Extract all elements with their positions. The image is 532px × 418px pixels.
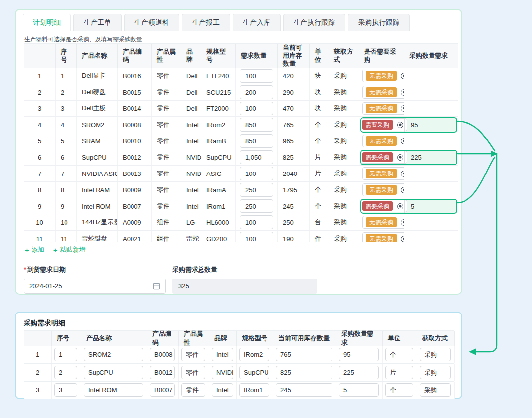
cell-input[interactable]: 片 <box>385 366 413 379</box>
cell-attr: 零件 <box>152 133 181 149</box>
cell-product-code: B0014 <box>118 101 152 116</box>
cell-product-code: B0016 <box>118 68 152 84</box>
purchase-qty-input[interactable]: 95 <box>405 121 456 129</box>
radio-icon <box>397 203 403 209</box>
demand-qty-input[interactable]: 100 <box>240 102 273 115</box>
cell-input[interactable]: 765 <box>276 348 332 361</box>
cell-spec: IRamB <box>201 133 236 149</box>
purchase-need-select[interactable]: 需要采购 <box>360 200 407 212</box>
tab-4[interactable]: 生产报工 <box>182 14 230 31</box>
cell-input[interactable]: 3 <box>54 383 77 397</box>
table-row: 77NVIDIA ASICB0013零件NVIDIAASIC1002040片采购… <box>24 165 458 181</box>
purchase-need-select[interactable]: 无需采购 <box>362 183 404 196</box>
purchase-qty-input[interactable]: 5 <box>405 203 456 210</box>
tab-5[interactable]: 生产入库 <box>233 14 281 31</box>
cell-stock: 470 <box>278 101 310 116</box>
cell-input[interactable]: 2 <box>54 366 77 379</box>
purchase-need-select[interactable]: 无需采购 <box>362 232 404 242</box>
arrival-date-input[interactable]: 2024-01-25 <box>24 279 166 294</box>
cell-index: 2 <box>24 84 56 100</box>
cell-brand: NVIDIA <box>209 364 237 381</box>
cell-purchase-qty <box>404 214 458 230</box>
cell-input[interactable]: 采购 <box>420 383 451 397</box>
cell-input[interactable]: 零件 <box>181 366 205 379</box>
cell-input[interactable]: 零件 <box>181 348 205 361</box>
purchase-need-select[interactable]: 无需采购 <box>362 70 404 82</box>
cell-input[interactable]: 95 <box>339 348 379 361</box>
cell-input[interactable]: B0012 <box>150 366 175 379</box>
column-header: 产品名称 <box>81 331 147 346</box>
demand-qty-input[interactable]: 850 <box>240 134 273 148</box>
cell-input[interactable]: 零件 <box>181 383 205 397</box>
cell-acquire: 采购 <box>417 346 455 363</box>
cell-purchase-qty <box>404 84 458 100</box>
purchase-need-select[interactable]: 无需采购 <box>362 102 404 115</box>
cell-input[interactable]: Intel <box>212 383 233 397</box>
demand-qty-input[interactable]: 250 <box>240 199 273 213</box>
cell-input[interactable]: Intel ROM <box>84 383 143 397</box>
cell-input[interactable]: 采购 <box>420 348 451 361</box>
cell-acquire: 采购 <box>329 214 359 230</box>
demand-qty-input[interactable]: 100 <box>240 215 273 229</box>
demand-qty-input[interactable]: 100 <box>240 232 273 242</box>
tab-3[interactable]: 生产领退料 <box>124 14 179 31</box>
purchase-need-select[interactable]: 无需采购 <box>362 86 404 99</box>
cell-seq: 3 <box>56 101 77 116</box>
cell-input[interactable]: B0007 <box>150 383 175 397</box>
demand-qty-input[interactable]: 1,050 <box>240 150 273 164</box>
cell-input[interactable]: SupCPU <box>239 366 269 379</box>
form-row: *到货需求日期 2024-01-25 采购需求总数量 325 <box>24 265 324 294</box>
demand-qty-input[interactable]: 250 <box>240 183 273 197</box>
tab-6[interactable]: 生产执行跟踪 <box>283 14 345 31</box>
tab-1[interactable]: 计划明细 <box>23 14 71 31</box>
cell-product-code: B0010 <box>118 133 152 149</box>
cell-stock: 1795 <box>278 182 310 198</box>
cell-input[interactable]: SROM2 <box>84 348 143 361</box>
cell-input[interactable]: 245 <box>276 383 332 397</box>
calendar-icon[interactable] <box>153 282 160 290</box>
cell-input[interactable]: NVIDIA <box>212 366 233 379</box>
cell-acquire: 采购 <box>329 84 359 100</box>
cell-input[interactable]: IRom1 <box>239 383 269 397</box>
purchase-need-select[interactable]: 无需采购 <box>362 135 404 147</box>
paste-add-button[interactable]: +粘贴新增 <box>53 245 86 254</box>
cell-index: 1 <box>24 68 56 84</box>
cell-input[interactable]: 采购 <box>420 366 451 379</box>
cell-input[interactable]: 825 <box>276 366 332 379</box>
cell-spec: SupCPU <box>201 149 236 165</box>
demand-qty-input[interactable]: 100 <box>240 69 273 83</box>
cell-input[interactable]: SupCPU <box>84 366 143 379</box>
purchase-demand-panel: 采购需求明细 序号产品名称产品编码产品属性品牌规格型号当前可用库存数量采购数量需… <box>15 312 462 399</box>
cell-input[interactable]: 个 <box>385 383 413 397</box>
demand-qty-input[interactable]: 850 <box>240 118 273 132</box>
demand-qty-input[interactable]: 200 <box>240 85 273 99</box>
cell-index: 6 <box>24 149 56 165</box>
cell-demand-qty: 200 <box>236 84 278 100</box>
cell-input[interactable]: Intel <box>212 348 233 361</box>
cell-input[interactable]: 5 <box>339 383 379 397</box>
cell-attr: 零件 <box>152 198 181 214</box>
purchase-need-badge: 需要采购 <box>362 201 393 211</box>
purchase-need-select[interactable]: 需要采购 <box>360 118 407 131</box>
add-row-button[interactable]: +添加 <box>25 245 44 254</box>
cell-input[interactable]: 225 <box>339 366 379 379</box>
purchase-need-select[interactable]: 无需采购 <box>362 216 404 229</box>
cell-input[interactable]: B0008 <box>150 348 175 361</box>
table-row: 55SRAMB0010零件IntelIRamB850965个采购无需采购 <box>24 133 458 149</box>
cell-purchase-need: 无需采购 <box>359 133 404 149</box>
purchase-need-select[interactable]: 无需采购 <box>362 167 404 180</box>
cell-input[interactable]: 1 <box>54 348 77 361</box>
purchase-need-select[interactable]: 需要采购 <box>360 151 407 164</box>
table-row: 99Intel ROMB0007零件IntelIRom1250245个采购需要采… <box>24 198 458 214</box>
cell-unit: 个 <box>383 346 417 363</box>
demand-qty-input[interactable]: 100 <box>240 167 273 180</box>
cell-index: 8 <box>24 182 56 198</box>
tab-2[interactable]: 生产工单 <box>73 14 122 31</box>
purchase-highlight-box: 需要采购225 <box>360 150 457 165</box>
tab-7[interactable]: 采购执行跟踪 <box>348 14 410 31</box>
table-row: 11SROM2B0008零件IntelIRom276595个采购 <box>24 346 454 364</box>
cell-input[interactable]: 个 <box>385 348 413 361</box>
purchase-qty-input[interactable]: 225 <box>405 154 456 161</box>
cell-input[interactable]: IRom2 <box>239 348 269 361</box>
cell-unit: 片 <box>310 166 329 181</box>
